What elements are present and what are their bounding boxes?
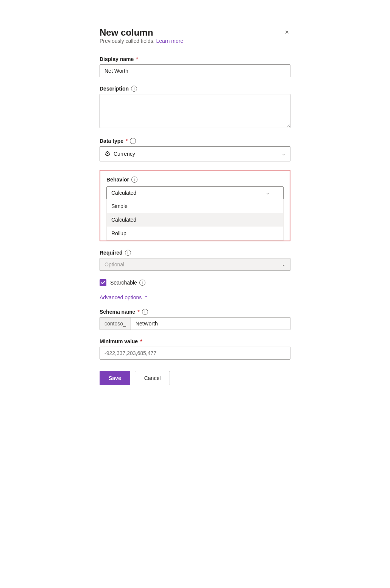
close-button[interactable]: × (283, 27, 290, 37)
advanced-options-toggle[interactable]: Advanced options ⌃ (100, 294, 290, 300)
behavior-select-container: Calculated ⌄ Simple Calculated Rollup (106, 186, 284, 241)
schema-prefix: contoso_ (100, 317, 131, 330)
behavior-select[interactable]: Calculated ⌄ (106, 186, 284, 199)
required-chevron-icon: ⌄ (282, 262, 285, 267)
data-type-label: Data type * i (100, 138, 290, 144)
data-type-info-icon: i (130, 138, 136, 144)
behavior-label: Behavior i (106, 177, 284, 183)
check-icon (101, 280, 105, 285)
required-info-icon: i (125, 250, 131, 256)
behavior-section: Behavior i Calculated ⌄ Simple Calculate… (100, 170, 290, 241)
learn-more-link[interactable]: Learn more (156, 38, 183, 44)
schema-name-row: contoso_ (100, 317, 290, 330)
schema-name-info-icon: i (142, 309, 148, 315)
required-star: * (136, 56, 138, 62)
behavior-chevron-icon: ⌄ (266, 190, 270, 195)
panel-subtitle: Previously called fields. Learn more (100, 38, 183, 44)
currency-icon: ⚙ (105, 150, 111, 158)
required-group: Required i Optional ⌄ (100, 250, 290, 271)
description-input[interactable] (100, 94, 290, 128)
required-label: Required i (100, 250, 290, 256)
behavior-option-calculated[interactable]: Calculated (107, 213, 283, 227)
display-name-input[interactable] (100, 64, 290, 77)
display-name-group: Display name * (100, 56, 290, 77)
button-row: Save Cancel (100, 371, 290, 385)
minimum-value-group: Minimum value * (100, 338, 290, 360)
required-select[interactable]: Optional ⌄ (100, 258, 290, 271)
minimum-value-input[interactable] (100, 347, 290, 360)
behavior-dropdown-list: Simple Calculated Rollup (106, 199, 284, 241)
display-name-label: Display name * (100, 56, 290, 62)
advanced-options-chevron-icon: ⌃ (144, 295, 148, 300)
data-type-select-wrapper[interactable]: ⚙ Currency ⌄ (100, 146, 290, 161)
description-info-icon: i (131, 86, 137, 92)
searchable-info-icon: i (139, 280, 145, 286)
minimum-value-label: Minimum value * (100, 338, 290, 344)
save-button[interactable]: Save (100, 371, 130, 385)
description-label: Description i (100, 86, 290, 92)
data-type-group: Data type * i ⚙ Currency ⌄ (100, 138, 290, 161)
schema-name-required-star: * (137, 309, 139, 315)
searchable-label: Searchable i (110, 280, 145, 286)
required-select-wrapper[interactable]: Optional ⌄ (100, 258, 290, 271)
behavior-option-simple[interactable]: Simple (107, 199, 283, 213)
schema-name-group: Schema name * i contoso_ (100, 309, 290, 330)
behavior-info-icon: i (131, 177, 137, 183)
panel-header: New column Previously called fields. Lea… (100, 27, 290, 55)
searchable-checkbox[interactable] (100, 279, 106, 286)
new-column-panel: New column Previously called fields. Lea… (89, 15, 301, 400)
description-group: Description i (100, 86, 290, 130)
behavior-option-rollup[interactable]: Rollup (107, 227, 283, 240)
schema-name-label: Schema name * i (100, 309, 290, 315)
data-type-required-star: * (126, 138, 128, 144)
data-type-select[interactable]: ⚙ Currency ⌄ (100, 146, 290, 161)
data-type-chevron-icon: ⌄ (282, 151, 285, 156)
schema-name-input[interactable] (131, 317, 290, 330)
minimum-value-required-star: * (140, 338, 142, 344)
panel-title: New column (100, 27, 183, 38)
cancel-button[interactable]: Cancel (135, 371, 170, 385)
searchable-row: Searchable i (100, 279, 290, 286)
